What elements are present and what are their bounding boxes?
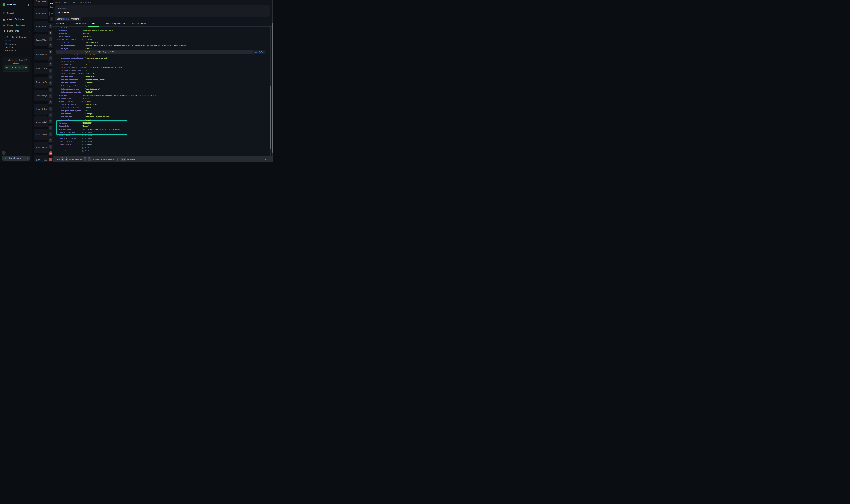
attribute-row[interactable]: service.version"latest"	[53, 81, 270, 85]
session-list-item[interactable]: Dolly.Lubo	[34, 155, 48, 162]
get-started-button[interactable]: Get Started for Free	[4, 66, 28, 70]
event-marker-cell[interactable]	[48, 55, 53, 61]
attribute-row[interactable]: telemetry.sdk.version"1.35.0"	[53, 91, 270, 94]
session-list-item[interactable]: Anonymous	[34, 21, 48, 32]
event-marker-cell[interactable]	[48, 68, 53, 74]
attribute-row[interactable]: process.runtime.description"go version g…	[53, 66, 270, 69]
session-list-item[interactable]: Howard.Run	[34, 104, 48, 115]
attribute-row[interactable]: Links.SpanId[]0 items	[53, 143, 270, 146]
presets-section-header[interactable]: PRESETS	[5, 40, 17, 42]
attribute-row[interactable]: StatusMessage"Visa cache full: cannot ad…	[53, 128, 270, 131]
attribute-row[interactable]: ▸process.command_args"["./checkout"]"Exp…	[56, 50, 253, 54]
event-marker-cell[interactable]	[48, 119, 53, 124]
event-marker-cell[interactable]	[48, 106, 53, 112]
event-marker-cell[interactable]	[48, 93, 53, 99]
attribute-row[interactable]: process.owner"root"	[53, 60, 270, 63]
attribute-row[interactable]: Duration"28656333"	[53, 122, 270, 125]
sidebar-item-search[interactable]: Search	[0, 11, 32, 16]
event-marker-cell[interactable]	[48, 80, 53, 86]
event-marker-cell[interactable]	[48, 42, 53, 48]
attribute-row[interactable]: Links.Attributes[]0 items	[53, 149, 270, 152]
attribute-row[interactable]: ScopeVersion"0.60.0"	[53, 97, 270, 100]
event-marker-cell[interactable]	[48, 144, 53, 150]
attribute-row[interactable]: process.executable.name"checkout"	[53, 53, 270, 56]
attribute-row[interactable]: Links.TraceId[]0 items	[53, 140, 270, 143]
event-marker-cell[interactable]	[48, 131, 53, 137]
attribute-row[interactable]: rpc.system"grpc"	[53, 119, 270, 122]
session-list-item[interactable]: Kieran92@h	[34, 90, 48, 101]
tab-session-replay[interactable]: Session Replay	[131, 23, 146, 26]
event-marker-cell[interactable]	[48, 23, 53, 29]
event-marker-cell[interactable]	[48, 30, 53, 36]
sidebar-item-client-sessions[interactable]: Client Sessions	[0, 22, 32, 28]
create-dashboard-button[interactable]: + Create Dashboard	[5, 36, 26, 38]
event-marker-cell[interactable]	[48, 100, 53, 105]
copy-value-button[interactable]: Copy Value	[253, 50, 266, 54]
attribute-row[interactable]: os.description"Alpine Linux 3.21.3 (Linu…	[53, 44, 270, 47]
sidebar-item-dashboards[interactable]: Dashboards	[0, 28, 32, 34]
sidebar-item-kubernetes[interactable]: Kubernetes	[5, 50, 17, 52]
attribute-row[interactable]: rpc.service"oteldemo.PaymentService"	[53, 115, 270, 119]
event-marker-cell[interactable]	[48, 36, 53, 42]
attribute-row[interactable]: service.name"checkout"	[53, 75, 270, 78]
event-marker-cell[interactable]	[48, 138, 53, 143]
session-list-item[interactable]: Walton9@ho	[34, 49, 48, 60]
event-marker-cell[interactable]	[48, 112, 53, 118]
attribute-row[interactable]: process.pid"1"	[53, 63, 270, 66]
event-marker-cell[interactable]	[48, 150, 53, 156]
expand-json-button[interactable]: Expand JSON	[102, 51, 115, 53]
page-scrollbar-thumb[interactable]	[272, 23, 273, 152]
close-icon[interactable]: ×	[265, 158, 267, 160]
attribute-row[interactable]: os.type"linux"	[53, 47, 270, 50]
attribute-row[interactable]: rpc.grpc.status_code"2"	[53, 109, 270, 112]
tab-column-values[interactable]: Column Values	[72, 23, 86, 26]
attribute-row[interactable]: rpc.method"Charge"	[53, 112, 270, 115]
help-button[interactable]: ?	[2, 151, 5, 155]
attribute-row[interactable]: ▾SpanAttributes{}6 keys	[53, 100, 270, 103]
session-list-item[interactable]: Pearl43@ho	[34, 129, 48, 140]
attribute-row[interactable]: host.name"0faab73597c5"	[53, 41, 270, 44]
session-list-item[interactable]: Ernesto33@	[34, 116, 48, 127]
attribute-row[interactable]: process.runtime.version"go1.22.12"	[53, 72, 270, 75]
attribute-row[interactable]: net.sock.peer.addr"172.28.0.10"	[53, 103, 270, 106]
attribute-row[interactable]: ServiceName"checkout"	[53, 35, 270, 38]
attribute-row[interactable]: Links.TraceState[]0 items	[53, 146, 270, 149]
tab-trace[interactable]: Trace	[92, 23, 98, 26]
event-marker-cell[interactable]	[48, 125, 53, 131]
attribute-row[interactable]: process.runtime.name"go"	[53, 69, 270, 72]
attribute-row[interactable]: Events.Name[]0 items	[53, 134, 270, 137]
attribute-row[interactable]: ▾ResourceAttributes{}17 keys	[53, 38, 270, 41]
local-mode-menu[interactable]: U Local mode ›	[2, 156, 30, 161]
sidebar-item-services[interactable]: Services	[5, 46, 15, 49]
attribute-row[interactable]: net.sock.peer.port"50051"	[53, 106, 270, 109]
attribute-row[interactable]: telemetry.sdk.language"go"	[53, 85, 270, 88]
attribute-row[interactable]: process.executable.path"/usr/src/app/che…	[53, 56, 270, 60]
event-marker-cell[interactable]	[48, 61, 53, 67]
sidebar-item-chart-explorer[interactable]: Chart Explorer	[0, 17, 32, 22]
sidebar-item-clickhouse[interactable]: Clickhouse	[5, 43, 17, 46]
session-list-item[interactable]: Jonathan.B	[34, 142, 48, 153]
session-list-item[interactable]: Anonymous	[34, 8, 48, 19]
attribute-row[interactable]: Events.Attributes[]0 items	[53, 137, 270, 140]
tab-surrounding-context[interactable]: Surrounding Context	[104, 23, 125, 26]
attribute-row[interactable]: SpanKind"Client"	[53, 32, 270, 35]
session-list-item[interactable]: Roderick_S	[34, 63, 48, 74]
filter-button[interactable]: H	[50, 17, 53, 21]
session-list-item[interactable]: Deion37@gm	[34, 34, 48, 46]
attribute-row[interactable]: SpanName"oteldemo.PaymentService/Charge"	[53, 29, 270, 32]
event-marker-cell[interactable]	[48, 49, 53, 55]
event-marker-cell[interactable]: >_	[48, 157, 53, 162]
session-list-item[interactable]: Shaniya.So	[34, 76, 48, 88]
search-input[interactable]: Sea	[49, 11, 53, 16]
event-marker-cell[interactable]	[48, 87, 53, 93]
service-name-badge[interactable]: ServiceName: frontend	[55, 17, 80, 21]
event-marker-cell[interactable]	[48, 74, 53, 80]
attribute-row[interactable]: telemetry.sdk.name"opentelemetry"	[53, 88, 270, 91]
attribute-row[interactable]: StatusCode"Error"	[53, 125, 270, 128]
attribute-row[interactable]: Events.Timestamp[]0 items	[53, 131, 270, 134]
sidebar-collapse-icon[interactable]	[28, 4, 30, 6]
attribute-row[interactable]: service.namespace"opentelemetry-demo"	[53, 78, 270, 81]
attribute-row[interactable]: ScopeName"go.opentelemetry.io/contrib/in…	[53, 94, 270, 97]
table-scrollbar-thumb[interactable]	[270, 86, 271, 148]
tab-overview[interactable]: Overview	[56, 23, 65, 26]
